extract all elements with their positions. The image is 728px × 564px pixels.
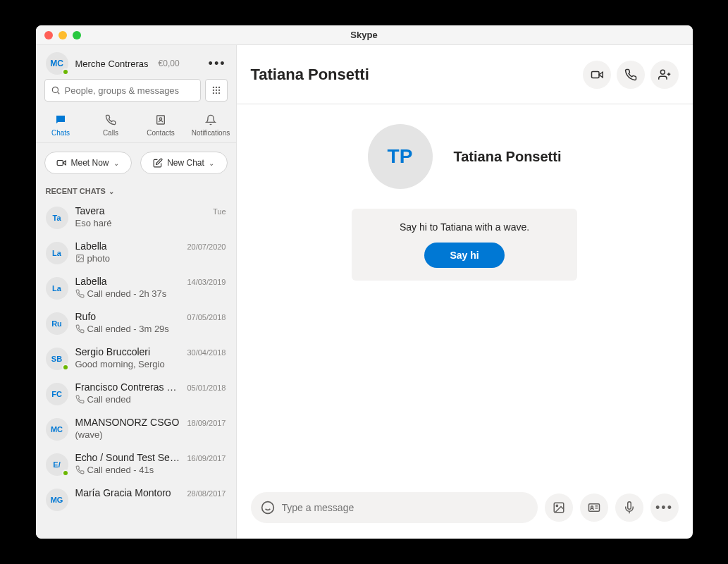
- chat-avatar: FC: [46, 383, 68, 405]
- more-menu-button[interactable]: •••: [209, 56, 226, 71]
- message-input[interactable]: [282, 502, 528, 513]
- chat-date: Tue: [213, 207, 226, 216]
- new-chat-button[interactable]: New Chat ⌄: [140, 152, 228, 174]
- contact-card-button[interactable]: [580, 494, 608, 522]
- video-icon: [591, 68, 603, 81]
- chat-item[interactable]: TaTaveraTueEso haré: [36, 200, 236, 235]
- chat-name: Labella: [75, 276, 107, 287]
- meet-now-button[interactable]: Meet Now ⌄: [44, 152, 132, 174]
- chat-item[interactable]: RuRufo07/05/2018Call ended - 3m 29s: [36, 305, 236, 341]
- video-call-button[interactable]: [583, 61, 611, 89]
- chat-name: MMANSONORZ CSGO: [75, 417, 180, 428]
- chat-date: 14/03/2019: [187, 278, 226, 286]
- more-icon: •••: [655, 501, 673, 515]
- composer: •••: [237, 481, 693, 539]
- chevron-down-icon: ⌄: [113, 159, 119, 167]
- chat-preview: Good morning, Sergio: [75, 359, 226, 369]
- search-input[interactable]: [65, 85, 195, 96]
- chat-avatar: La: [46, 277, 68, 300]
- call-icon: [75, 324, 85, 333]
- chat-list[interactable]: TaTaveraTueEso haréLaLabella20/07/2020ph…: [36, 200, 236, 539]
- image-icon: [75, 254, 85, 263]
- chevron-down-icon: ⌄: [109, 188, 114, 195]
- wave-card: Say hi to Tatiana with a wave. Say hi: [352, 209, 577, 281]
- emoji-icon[interactable]: [261, 501, 275, 515]
- profile-row[interactable]: MC Merche Contreras €0,00 •••: [36, 45, 236, 79]
- tab-chats[interactable]: Chats: [36, 109, 86, 142]
- chat-date: 07/05/2018: [187, 313, 226, 321]
- contact-name: Tatiana Ponsetti: [454, 149, 562, 165]
- chevron-down-icon: ⌄: [209, 159, 214, 167]
- svg-point-26: [556, 505, 557, 506]
- chat-avatar: Ta: [46, 207, 68, 229]
- profile-avatar[interactable]: MC: [46, 52, 68, 75]
- svg-point-12: [159, 118, 161, 120]
- phone-icon: [624, 68, 637, 81]
- call-icon: [75, 289, 85, 298]
- conversation-title: Tatiana Ponsetti: [251, 66, 369, 84]
- chat-item[interactable]: E/Echo / Sound Test Service16/09/2017Cal…: [36, 446, 236, 482]
- add-participant-button[interactable]: [650, 61, 679, 89]
- wave-text: Say hi to Tatiana with a wave.: [400, 221, 529, 233]
- sidebar: MC Merche Contreras €0,00 •••: [36, 45, 236, 539]
- chat-avatar: E/: [46, 453, 68, 476]
- chat-date: 18/09/2017: [187, 419, 226, 427]
- chat-item[interactable]: MCMMANSONORZ CSGO18/09/2017(wave): [36, 411, 236, 446]
- tab-contacts[interactable]: Contacts: [136, 109, 186, 142]
- svg-point-7: [218, 90, 219, 91]
- app-window: Skype MC Merche Contreras €0,00 •••: [36, 25, 693, 539]
- contacts-icon: [155, 113, 166, 127]
- voice-message-button[interactable]: [615, 494, 643, 522]
- phone-icon: [105, 113, 116, 127]
- chat-item[interactable]: MGMaría Gracia Montoro28/08/2017: [36, 482, 236, 517]
- chat-item[interactable]: LaLabella14/03/2019Call ended - 2h 37s: [36, 270, 236, 305]
- say-hi-button[interactable]: Say hi: [424, 243, 504, 268]
- audio-call-button[interactable]: [617, 61, 645, 89]
- chat-name: Rufo: [75, 311, 97, 322]
- chat-item[interactable]: FCFrancisco Contreras Segura05/01/2018Ca…: [36, 376, 236, 411]
- svg-point-5: [212, 90, 214, 91]
- window-title: Skype: [36, 30, 693, 40]
- presence-indicator: [62, 68, 69, 75]
- chat-avatar: SB: [46, 348, 68, 370]
- chat-date: 30/04/2018: [187, 348, 226, 357]
- conversation-panel: Tatiana Ponsetti TP Tatiana Ponset: [236, 45, 693, 539]
- svg-point-16: [78, 257, 79, 258]
- call-icon: [75, 395, 85, 404]
- chat-item[interactable]: SBSergio Bruccoleri30/04/2018Good mornin…: [36, 341, 236, 376]
- svg-marker-14: [63, 161, 66, 165]
- chat-date: 20/07/2020: [187, 243, 226, 251]
- chat-date: 05/01/2018: [187, 384, 226, 392]
- chat-preview: Call ended - 41s: [75, 465, 226, 475]
- chat-avatar: Ru: [46, 312, 68, 335]
- dialpad-icon: [211, 85, 221, 95]
- message-input-container[interactable]: [251, 492, 538, 523]
- attach-image-button[interactable]: [545, 494, 573, 522]
- chat-preview: Eso haré: [75, 218, 226, 228]
- chat-avatar: La: [46, 242, 68, 264]
- image-icon: [553, 501, 565, 514]
- dialpad-button[interactable]: [205, 79, 228, 102]
- recent-chats-header[interactable]: RECENT CHATS ⌄: [36, 183, 236, 200]
- more-compose-button[interactable]: •••: [650, 494, 679, 522]
- chat-preview: Call ended: [75, 394, 226, 405]
- contact-avatar[interactable]: TP: [368, 124, 433, 189]
- conversation-header: Tatiana Ponsetti: [237, 45, 693, 104]
- chat-preview: photo: [75, 253, 226, 264]
- chat-name: Echo / Sound Test Service: [75, 452, 183, 463]
- nav-tabs: Chats Calls Contacts Notifications: [36, 109, 236, 143]
- search-input-container[interactable]: [44, 79, 201, 102]
- svg-rect-17: [591, 71, 599, 78]
- chat-preview: Call ended - 2h 37s: [75, 288, 226, 299]
- chat-item[interactable]: LaLabella20/07/2020photo: [36, 235, 236, 270]
- chat-name: Sergio Bruccoleri: [75, 346, 151, 357]
- titlebar: Skype: [36, 25, 693, 45]
- tab-calls[interactable]: Calls: [86, 109, 136, 142]
- svg-point-6: [215, 90, 216, 91]
- tab-notifications[interactable]: Notifications: [186, 109, 236, 142]
- chat-preview: Call ended - 3m 29s: [75, 324, 226, 334]
- video-icon: [56, 158, 66, 168]
- compose-icon: [153, 158, 163, 168]
- svg-point-28: [591, 506, 593, 508]
- chat-name: Tavera: [75, 205, 105, 216]
